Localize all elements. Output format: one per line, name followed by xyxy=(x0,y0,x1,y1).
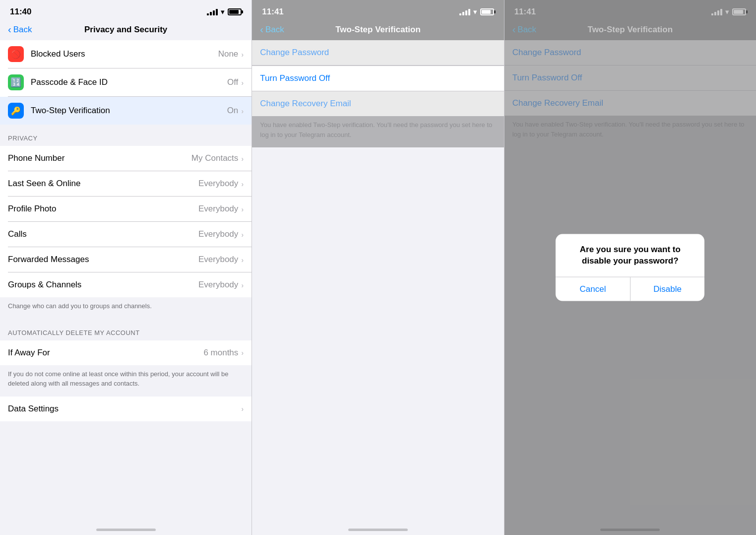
delete-note: If you do not come online at least once … xyxy=(0,365,252,397)
tsv-list-group-2: Change Password xyxy=(252,40,504,66)
change-password-label-2: Change Password xyxy=(260,48,496,58)
calls-label: Calls xyxy=(8,229,198,239)
wifi-icon-1: ▾ xyxy=(221,7,225,16)
profile-photo-label: Profile Photo xyxy=(8,204,198,214)
tsv-list-group-2b: Change Recovery Email xyxy=(252,91,504,116)
disable-password-dialog: Are you sure you want to disable your pa… xyxy=(556,234,704,301)
data-settings-group: Data Settings › xyxy=(0,397,252,421)
status-time-1: 11:40 xyxy=(10,7,31,17)
screen2-dimmed-bottom: Change Recovery Email You have enabled T… xyxy=(252,91,504,147)
last-seen-chevron: › xyxy=(241,180,244,188)
groups-channels-label: Groups & Channels xyxy=(8,280,198,290)
calls-item[interactable]: Calls Everybody › xyxy=(0,222,252,247)
forwarded-messages-chevron: › xyxy=(241,256,244,264)
section-privacy-label: PRIVACY xyxy=(0,125,252,146)
data-settings-label: Data Settings xyxy=(8,404,241,414)
screen2-content: Change Password Turn Password Off Change… xyxy=(252,40,504,535)
screen1-content: 🚫 Blocked Users None › 🔢 Passcode & Face… xyxy=(0,40,252,535)
status-time-2: 11:41 xyxy=(262,7,283,17)
home-indicator-1 xyxy=(96,529,156,531)
dialog-content: Are you sure you want to disable your pa… xyxy=(556,234,704,267)
status-bar-2: 11:41 ▾ xyxy=(252,0,504,20)
status-icons-1: ▾ xyxy=(207,7,242,16)
back-label-1: Back xyxy=(13,25,32,35)
forwarded-messages-label: Forwarded Messages xyxy=(8,255,198,265)
profile-photo-chevron: › xyxy=(241,205,244,213)
section-delete-label: AUTOMATICALLY DELETE MY ACCOUNT xyxy=(0,319,252,340)
turn-password-off-label-2: Turn Password Off xyxy=(260,73,496,83)
change-password-item-2[interactable]: Change Password xyxy=(252,40,504,65)
top-list-group-1: 🚫 Blocked Users None › 🔢 Passcode & Face… xyxy=(0,40,252,125)
two-step-chevron: › xyxy=(241,107,244,115)
passcode-icon: 🔢 xyxy=(8,74,24,90)
profile-photo-item[interactable]: Profile Photo Everybody › xyxy=(0,197,252,221)
screen2-dimmed-top: Change Password xyxy=(252,40,504,66)
battery-icon-2 xyxy=(480,8,494,15)
nav-title-1: Privacy and Security xyxy=(48,25,204,35)
two-step-icon: 🔑 xyxy=(8,103,24,119)
phone-number-item[interactable]: Phone Number My Contacts › xyxy=(0,146,252,171)
change-recovery-email-item-2[interactable]: Change Recovery Email xyxy=(252,91,504,116)
privacy-list-group: Phone Number My Contacts › Last Seen & O… xyxy=(0,146,252,297)
status-bar-1: 11:40 ▾ xyxy=(0,0,252,20)
passcode-value: Off xyxy=(227,77,238,87)
groups-channels-chevron: › xyxy=(241,281,244,289)
blocked-users-chevron: › xyxy=(241,50,244,59)
groups-note: Change who can add you to groups and cha… xyxy=(0,297,252,319)
forwarded-messages-value: Everybody xyxy=(198,255,238,265)
blocked-users-label: Blocked Users xyxy=(31,49,218,59)
back-chevron-1: ‹ xyxy=(8,24,11,35)
back-button-1[interactable]: ‹ Back xyxy=(8,24,48,35)
nav-bar-2: ‹ Back Two-Step Verification xyxy=(252,20,504,40)
if-away-value: 6 months xyxy=(203,348,238,358)
data-settings-item[interactable]: Data Settings › xyxy=(0,397,252,421)
dialog-actions: Cancel Disable xyxy=(556,276,704,301)
last-seen-label: Last Seen & Online xyxy=(8,179,198,189)
turn-password-off-item-2[interactable]: Turn Password Off xyxy=(252,66,504,91)
nav-bar-1: ‹ Back Privacy and Security xyxy=(0,20,252,40)
status-icons-2: ▾ xyxy=(459,7,494,16)
blocked-users-icon: 🚫 xyxy=(8,46,24,62)
groups-channels-value: Everybody xyxy=(198,280,238,290)
screen-two-step-2: 11:41 ▾ ‹ Back Two-Step Verification Cha xyxy=(504,0,756,535)
passcode-item[interactable]: 🔢 Passcode & Face ID Off › xyxy=(0,68,252,96)
two-step-value: On xyxy=(227,106,239,116)
wifi-icon-2: ▾ xyxy=(473,7,477,16)
tsv-note-2: You have enabled Two-Step verification. … xyxy=(252,116,504,147)
last-seen-item[interactable]: Last Seen & Online Everybody › xyxy=(0,171,252,196)
change-recovery-email-label-2: Change Recovery Email xyxy=(260,99,496,109)
screen-privacy-security: 11:40 ▾ ‹ Back Privacy and Security xyxy=(0,0,252,535)
calls-chevron: › xyxy=(241,230,244,239)
blocked-users-value: None xyxy=(218,49,239,59)
dialog-disable-button[interactable]: Disable xyxy=(630,277,705,301)
battery-icon-1 xyxy=(228,8,242,15)
groups-channels-item[interactable]: Groups & Channels Everybody › xyxy=(0,272,252,297)
two-step-label: Two-Step Verification xyxy=(31,106,227,116)
dialog-cancel-button[interactable]: Cancel xyxy=(556,277,630,301)
passcode-label: Passcode & Face ID xyxy=(31,77,227,87)
signal-icon-2 xyxy=(459,9,470,15)
last-seen-value: Everybody xyxy=(198,179,238,189)
calls-value: Everybody xyxy=(198,229,238,239)
back-button-2[interactable]: ‹ Back xyxy=(260,24,300,35)
screen-two-step-1: 11:41 ▾ ‹ Back Two-Step Verification xyxy=(252,0,504,535)
forwarded-messages-item[interactable]: Forwarded Messages Everybody › xyxy=(0,247,252,272)
delete-list-group: If Away For 6 months › xyxy=(0,340,252,365)
home-indicator-2 xyxy=(348,529,408,531)
data-settings-chevron: › xyxy=(241,404,244,413)
if-away-label: If Away For xyxy=(8,348,203,358)
if-away-item[interactable]: If Away For 6 months › xyxy=(0,340,252,365)
phone-number-label: Phone Number xyxy=(8,153,191,163)
nav-title-2: Two-Step Verification xyxy=(300,25,456,35)
phone-number-value: My Contacts xyxy=(191,153,238,163)
turn-password-off-group: Turn Password Off xyxy=(252,66,504,91)
dialog-title: Are you sure you want to disable your pa… xyxy=(566,244,694,267)
if-away-chevron: › xyxy=(241,348,244,357)
back-chevron-2: ‹ xyxy=(260,24,263,35)
signal-icon-1 xyxy=(207,9,218,15)
two-step-item[interactable]: 🔑 Two-Step Verification On › xyxy=(0,97,252,125)
back-label-2: Back xyxy=(265,25,284,35)
profile-photo-value: Everybody xyxy=(198,204,238,214)
blocked-users-item[interactable]: 🚫 Blocked Users None › xyxy=(0,40,252,68)
phone-number-chevron: › xyxy=(241,154,244,163)
